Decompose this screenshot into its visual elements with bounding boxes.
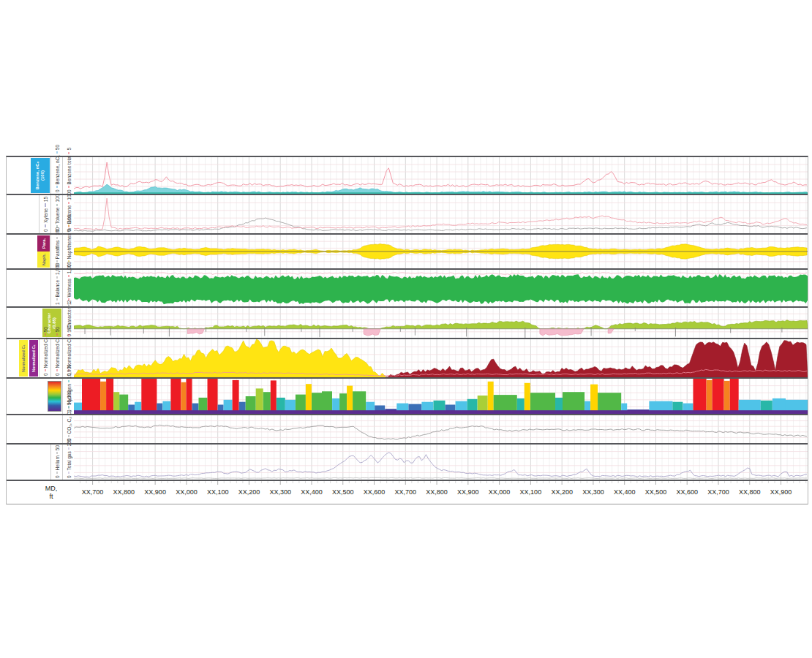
scale-text: 0Normalized C₃50: [52, 341, 61, 376]
scale-xylene-toluene-benzene-0: 0Xylene15: [39, 195, 50, 233]
track-label-benzene-nc5-total: Benzene, nC₅(100)0Benzene, nC₅500Benzene…: [7, 157, 74, 194]
depth-tick-label: XX,800: [426, 488, 448, 496]
label-box-text: Naph.: [41, 254, 46, 266]
depth-tick-label: XX,800: [113, 488, 135, 496]
scale-text: 0Xylene15: [40, 197, 50, 232]
track-plot-benzene-nc5-total: [74, 157, 808, 194]
track-plot-normalized-c1-c2: [74, 339, 808, 377]
depth-axis-ticks: XX,700XX,800XX,900XX,000XX,100XX,200XX,3…: [74, 481, 808, 504]
mud-log-figure: Benzene, nC₅(100)0Benzene, nC₅500Benzene…: [6, 156, 808, 504]
scale-text: 0Benzene total5: [64, 159, 73, 192]
depth-tick-label: XX,900: [144, 488, 166, 496]
label-box-text: Benzene, nC₅(100): [35, 162, 45, 190]
track-row-benzene-nc5-total: Benzene, nC₅(100)0Benzene, nC₅500Benzene…: [7, 157, 808, 195]
depth-tick-label: XX,000: [489, 488, 511, 496]
depth-axis-label: MD, ft: [23, 485, 58, 500]
track-plot-xylene-toluene-benzene: [74, 195, 808, 233]
depth-tick-label: XX,800: [739, 488, 761, 496]
track-row-character: Character(0.85)0Character2: [7, 308, 808, 339]
label-boxes-naphthenes-paraffins: Para.Naph.: [37, 235, 50, 268]
scale-text: 0Toluene100: [52, 197, 61, 232]
scale-helium-total-gas-0: 0Helium50: [50, 445, 62, 480]
track-label-xylene-toluene-benzene: 0Xylene150Toluene1000Benzene100: [7, 195, 74, 233]
depth-axis-row: MD, ft XX,700XX,800XX,900XX,000XX,100XX,…: [7, 481, 808, 504]
label-box: Naph.: [37, 252, 50, 268]
depth-axis-label-cell: MD, ft: [7, 481, 74, 504]
label-box-normalized-c1-c2-0: Normalized C₁: [19, 340, 28, 377]
track-row-xylene-toluene-benzene: 0Xylene150Toluene1000Benzene100: [7, 195, 808, 235]
label-box-normalized-c1-c2-1: Normalized C₂: [29, 340, 38, 377]
track-row-hydrogen: 0Hydrogen10,000: [7, 379, 808, 415]
track-plot-helium-total-gas: [74, 445, 808, 480]
depth-tick-label: XX,400: [614, 488, 636, 496]
track-row-co2-c4-c5: 0CO₂, C₄ C₅50,000: [7, 415, 808, 445]
scale-text: 0Total gas250: [64, 446, 73, 478]
depth-tick-label: XX,100: [520, 488, 542, 496]
track-label-helium-total-gas: 0Helium500Total gas250: [7, 445, 74, 480]
track-row-normalized-c1-c2: Normalized C₁Normalized C₂0Normalized C₂…: [7, 339, 808, 379]
scale-benzene-nc5-total-1: 0Benzene total5: [62, 157, 74, 194]
label-box-benzene-nc5-total-0: Benzene, nC₅(100): [31, 158, 50, 193]
track-label-balance-wetness: 1Balance1,0001Wetness1,000: [7, 270, 74, 306]
hydrogen-colorbar: [48, 381, 61, 412]
scale-balance-wetness-0: 1Balance1,000: [50, 270, 62, 306]
scale-normalized-c1-c2-0: 0Normalized C₂50: [39, 339, 50, 377]
track-row-balance-wetness: 1Balance1,0001Wetness1,000: [7, 270, 808, 308]
scale-text: 1Balance1,000: [52, 271, 61, 305]
depth-tick-label: XX,700: [82, 488, 104, 496]
track-row-helium-total-gas: 0Helium500Total gas250: [7, 445, 808, 481]
track-plot-hydrogen: [74, 379, 808, 414]
depth-tick-label: XX,500: [645, 488, 667, 496]
depth-tick-label: XX,300: [269, 488, 291, 496]
track-plot-balance-wetness: [74, 270, 808, 306]
depth-tick-label: XX,600: [676, 488, 698, 496]
label-box-character-0: Character(0.85): [42, 309, 61, 337]
track-plot-character: [74, 308, 808, 338]
track-plot-naphthenes-paraffins: [74, 235, 808, 268]
scale-text: 0Benzene, nC₅50: [52, 159, 61, 192]
label-box-text: Para.: [41, 238, 46, 249]
track-label-normalized-c1-c2: Normalized C₁Normalized C₂0Normalized C₂…: [7, 339, 74, 377]
label-box: Para.: [37, 235, 50, 252]
track-label-naphthenes-paraffins: Para.Naph.0Paraffins1000Naphthenes %100: [7, 235, 74, 268]
depth-tick-label: XX,100: [207, 488, 229, 496]
track-row-naphthenes-paraffins: Para.Naph.0Paraffins1000Naphthenes %100: [7, 235, 808, 270]
depth-tick-label: XX,600: [364, 488, 386, 496]
track-label-hydrogen: 0Hydrogen10,000: [7, 379, 74, 414]
depth-tick-label: XX,700: [707, 488, 729, 496]
mud-log-screenshot: { "axis": { "label_line1": "MD,", "label…: [0, 0, 812, 658]
depth-tick-label: XX,400: [301, 488, 323, 496]
track-label-character: Character(0.85)0Character2: [7, 308, 74, 338]
depth-tick-label: XX,000: [176, 488, 198, 496]
depth-tick-label: XX,900: [770, 488, 792, 496]
scale-normalized-c1-c2-1: 0Normalized C₃50: [50, 339, 62, 377]
depth-tick-label: XX,200: [238, 488, 260, 496]
scale-text: 0Normalized C₂50: [40, 341, 50, 376]
scale-text: 0Helium50: [52, 446, 61, 478]
depth-tick-label: XX,300: [582, 488, 604, 496]
scale-helium-total-gas-1: 0Total gas250: [62, 445, 74, 480]
label-box-text: Normalized C₁: [21, 344, 26, 371]
label-box-text: Normalized C₂: [31, 344, 36, 372]
scale-benzene-nc5-total-0: 0Benzene, nC₅50: [50, 157, 62, 194]
depth-tick-label: XX,900: [457, 488, 479, 496]
track-label-co2-c4-c5: 0CO₂, C₄ C₅50,000: [7, 415, 74, 443]
depth-tick-label: XX,500: [332, 488, 354, 496]
depth-tick-label: XX,700: [395, 488, 417, 496]
depth-tick-label: XX,200: [551, 488, 573, 496]
track-plot-co2-c4-c5: [74, 415, 808, 443]
